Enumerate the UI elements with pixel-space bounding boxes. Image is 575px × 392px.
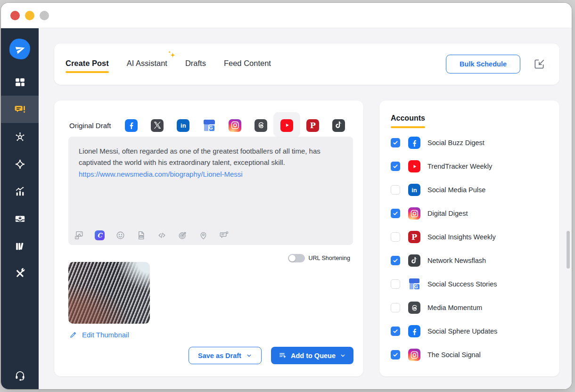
checkbox-checked[interactable]: [391, 209, 400, 218]
checkbox-checked[interactable]: [391, 327, 400, 336]
platform-facebook[interactable]: [125, 119, 138, 132]
scrollbar-thumb[interactable]: [567, 231, 570, 269]
youtube-icon: [280, 119, 293, 132]
facebook-icon: [408, 137, 420, 149]
sidebar-item-library[interactable]: [1, 232, 39, 260]
account-name: Social Buzz Digest: [427, 139, 485, 147]
platform-google-business[interactable]: G: [203, 119, 215, 132]
threads-icon: [408, 302, 420, 314]
tiktok-icon: [408, 254, 420, 267]
account-name: Social Insights Weekly: [427, 233, 496, 241]
account-row-digital-digest[interactable]: Digital Digest: [391, 202, 551, 225]
gif-icon[interactable]: GIF: [136, 230, 146, 240]
sidebar-nav: [1, 68, 39, 287]
app-window: Create PostAI AssistantDraftsFeed Conten…: [1, 3, 572, 389]
canva-icon[interactable]: C: [95, 230, 105, 240]
chevron-down-icon: [246, 352, 252, 359]
header-card: Create PostAI AssistantDraftsFeed Conten…: [54, 43, 559, 85]
inbox-icon: [14, 213, 26, 225]
emoji-icon[interactable]: [115, 230, 125, 240]
sidebar-item-publish[interactable]: [1, 96, 39, 123]
x-icon: [151, 119, 164, 132]
window-minimize-button[interactable]: [25, 11, 34, 20]
add-to-queue-button[interactable]: Add to Queue: [271, 347, 353, 364]
checkbox-checked[interactable]: [391, 350, 400, 359]
account-row-trendtracker-weekly[interactable]: TrendTracker Weekly: [391, 155, 551, 178]
code-icon[interactable]: [157, 230, 167, 240]
platform-tiktok[interactable]: [332, 119, 345, 132]
account-name: Social Sphere Updates: [427, 327, 497, 335]
tab-label: AI Assistant: [127, 59, 167, 67]
platform-instagram[interactable]: [229, 119, 241, 132]
checkbox-unchecked[interactable]: [391, 185, 400, 195]
post-thumbnail[interactable]: [68, 262, 150, 324]
bulk-schedule-button[interactable]: Bulk Schedule: [446, 55, 520, 74]
account-row-social-media-pulse[interactable]: inSocial Media Pulse: [391, 178, 551, 202]
account-row-the-social-signal[interactable]: The Social Signal: [391, 343, 551, 367]
sidebar-item-tools[interactable]: [1, 260, 39, 287]
account-name: Social Success Stories: [427, 280, 497, 288]
platform-row: Original Draft inGP: [69, 117, 353, 133]
queue-icon: [279, 351, 287, 359]
platform-x[interactable]: [151, 119, 164, 132]
window-maximize-button[interactable]: [40, 11, 49, 20]
analytics-icon: [14, 186, 26, 197]
original-draft-label: Original Draft: [69, 122, 111, 130]
instagram-icon: [408, 207, 420, 220]
media-icon[interactable]: [74, 230, 84, 240]
account-row-network-newsflash[interactable]: Network Newsflash: [391, 249, 551, 272]
window-titlebar: [1, 3, 572, 28]
account-row-social-sphere-updates[interactable]: Social Sphere Updates: [391, 319, 551, 343]
threads-icon: [255, 119, 267, 132]
platform-selector: inGP: [125, 119, 345, 132]
editor-toolbar: CGIF: [74, 230, 229, 240]
tab-feed-content[interactable]: Feed Content: [224, 55, 271, 73]
url-shortening-row: URL Shortening: [288, 254, 350, 262]
account-name: The Social Signal: [427, 351, 481, 359]
platform-pinterest[interactable]: P: [306, 119, 319, 132]
sidebar-item-analytics[interactable]: [1, 178, 39, 205]
edit-thumbnail-link[interactable]: Edit Thumbnail: [69, 331, 129, 339]
account-row-social-success-stories[interactable]: GSocial Success Stories: [391, 272, 551, 296]
tab-create-post[interactable]: Create Post: [66, 55, 109, 73]
account-row-media-momentum[interactable]: Media Momentum: [391, 296, 551, 319]
window-close-button[interactable]: [10, 11, 20, 20]
sidebar-bottom: [1, 370, 39, 382]
url-shortening-toggle[interactable]: [288, 254, 305, 262]
account-row-social-insights-weekly[interactable]: PSocial Insights Weekly: [391, 225, 551, 249]
publish-icon: [14, 104, 26, 115]
platform-threads[interactable]: [255, 119, 267, 132]
checkbox-checked[interactable]: [391, 138, 400, 147]
facebook-icon: [125, 119, 138, 132]
post-link[interactable]: https://www.newsmedia.com/biography/Lion…: [79, 169, 243, 180]
sidebar-item-support[interactable]: [14, 370, 26, 382]
sidebar-item-connections[interactable]: [1, 123, 39, 150]
checkbox-checked[interactable]: [391, 162, 400, 171]
engage-icon: [14, 158, 26, 170]
checkbox-unchecked[interactable]: [391, 303, 400, 312]
sidebar-item-dashboard[interactable]: [1, 68, 39, 96]
platform-linkedin[interactable]: in: [177, 119, 189, 132]
platform-youtube-selected[interactable]: [280, 119, 293, 132]
notes-icon[interactable]: [219, 230, 229, 240]
app-logo[interactable]: [9, 39, 30, 59]
location-icon[interactable]: [198, 230, 208, 240]
sidebar-item-engage[interactable]: [1, 150, 39, 178]
desktop-background: Create PostAI AssistantDraftsFeed Conten…: [0, 0, 575, 392]
account-row-social-buzz-digest[interactable]: Social Buzz Digest: [391, 131, 551, 155]
save-as-draft-button[interactable]: Save as Draft: [189, 347, 262, 364]
checkbox-unchecked[interactable]: [391, 279, 400, 289]
instagram-icon: [229, 119, 241, 132]
linkedin-icon: in: [177, 119, 189, 132]
tab-drafts[interactable]: Drafts: [185, 55, 206, 73]
svg-text:GIF: GIF: [140, 236, 143, 237]
accounts-title: Accounts: [391, 114, 425, 128]
sidebar-item-inbox[interactable]: [1, 205, 39, 232]
tab-ai-assistant[interactable]: AI Assistant: [127, 55, 167, 73]
checkbox-unchecked[interactable]: [391, 232, 400, 242]
target-icon[interactable]: [178, 230, 188, 240]
checkbox-checked[interactable]: [391, 256, 400, 265]
compose-icon[interactable]: [533, 58, 545, 70]
youtube-icon: [408, 160, 420, 172]
post-text-editor[interactable]: Lionel Messi, often regarded as one of t…: [68, 137, 353, 245]
